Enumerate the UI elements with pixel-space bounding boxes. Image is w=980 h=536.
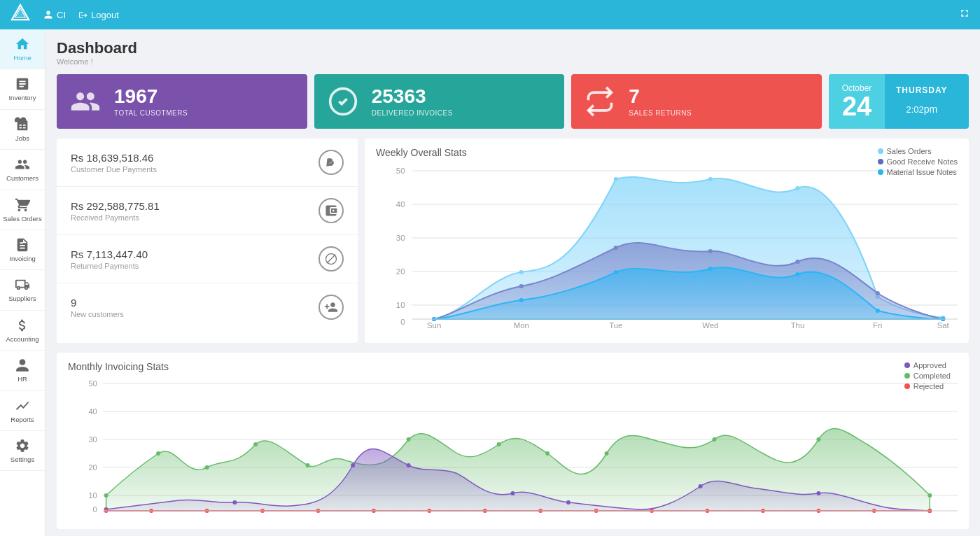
sidebar-item-customers[interactable]: Customers xyxy=(0,150,45,190)
blocked-icon xyxy=(318,246,344,271)
payments-panel: Rs 18,639,518.46 Customer Due Payments R… xyxy=(57,139,358,343)
svg-point-75 xyxy=(816,491,820,495)
sidebar-item-invoicing[interactable]: Invoicing xyxy=(0,230,45,270)
svg-point-24 xyxy=(519,270,524,274)
svg-point-38 xyxy=(519,298,524,302)
stat-card-returns[interactable]: 7 SALES RETURNS xyxy=(571,74,822,129)
sidebar-label-invoicing: Invoicing xyxy=(9,255,36,262)
sidebar-label-reports: Reports xyxy=(10,416,34,423)
legend-dot-grn xyxy=(878,159,883,164)
svg-point-39 xyxy=(614,270,618,274)
svg-point-26 xyxy=(708,177,713,181)
invoices-label: DELIVERED INVOICES xyxy=(372,109,453,117)
payment-due-info: Rs 18,639,518.46 Customer Due Payments xyxy=(71,152,157,174)
svg-point-33 xyxy=(708,249,713,253)
stat-card-customers[interactable]: 1967 TOTAL CUSOTMERS xyxy=(57,74,307,129)
returns-icon xyxy=(582,84,617,119)
svg-text:0: 0 xyxy=(93,505,97,514)
payment-row-returned: Rs 7,113,447.40 Returned Payments xyxy=(57,235,358,283)
sidebar-item-hr[interactable]: HR xyxy=(0,351,45,390)
app-logo[interactable] xyxy=(10,3,31,27)
svg-point-41 xyxy=(795,272,799,276)
sidebar-item-accounting[interactable]: Accounting xyxy=(0,311,45,351)
date-time-column: THURSDAY 2:02pm xyxy=(885,74,959,129)
legend-sales-orders: Sales Orders xyxy=(878,147,958,155)
payment-due-amount: Rs 18,639,518.46 xyxy=(71,152,157,164)
monthly-chart-wrapper: Monthly Invoicing Stats Approved Complet… xyxy=(68,361,958,521)
svg-point-71 xyxy=(407,463,411,467)
sidebar-item-settings[interactable]: Settings xyxy=(0,431,45,471)
svg-point-70 xyxy=(351,463,355,467)
svg-text:0: 0 xyxy=(400,318,405,326)
stat-card-date: October 24 THURSDAY 2:02pm xyxy=(829,74,969,129)
payment-due-label: Customer Due Payments xyxy=(71,165,157,174)
svg-text:30: 30 xyxy=(89,435,97,444)
weekly-chart-wrapper: Weekly Overall Stats Sales Orders Good R… xyxy=(376,147,958,334)
legend-dot-rejected xyxy=(904,383,910,389)
date-time: 2:02pm xyxy=(906,95,937,118)
invoices-icon xyxy=(326,84,360,119)
new-customers-label: New customers xyxy=(71,310,124,318)
legend-label-min: Material Issue Notes xyxy=(887,168,957,176)
legend-good-receive: Good Receive Notes xyxy=(878,157,958,166)
sidebar-item-reports[interactable]: Reports xyxy=(0,391,45,431)
stat-cards-row: 1967 TOTAL CUSOTMERS 25363 DELIVERED INV… xyxy=(57,74,969,129)
svg-text:Tue: Tue xyxy=(609,321,622,330)
payment-row-due: Rs 18,639,518.46 Customer Due Payments xyxy=(57,139,358,187)
svg-point-34 xyxy=(795,260,799,264)
svg-text:20: 20 xyxy=(89,463,97,472)
monthly-chart-legend: Approved Completed Rejected xyxy=(904,361,951,393)
legend-label-grn: Good Receive Notes xyxy=(887,157,958,166)
svg-text:10: 10 xyxy=(89,491,97,500)
wallet-icon xyxy=(318,198,344,223)
sidebar-item-inventory[interactable]: Inventory xyxy=(0,69,45,109)
payment-received-info: Rs 292,588,775.81 Received Payments xyxy=(71,200,160,222)
svg-point-61 xyxy=(407,437,411,442)
svg-text:30: 30 xyxy=(396,234,405,242)
add-user-icon xyxy=(318,295,344,320)
date-display: October 24 THURSDAY 2:02pm xyxy=(829,74,959,129)
weekly-chart-svg: 50 40 30 20 10 0 Sun Mon Tue Wed Thu Fri… xyxy=(376,164,958,332)
returns-label: SALES RETURNS xyxy=(629,109,692,117)
sidebar-item-jobs[interactable]: Jobs xyxy=(0,110,45,150)
paypal-icon xyxy=(318,150,344,175)
fullscreen-icon[interactable] xyxy=(959,8,970,22)
svg-point-74 xyxy=(699,484,703,488)
page-title: Dashboard xyxy=(57,39,969,57)
svg-text:Thu: Thu xyxy=(791,321,805,330)
svg-point-60 xyxy=(306,463,310,467)
svg-point-58 xyxy=(205,465,209,470)
sidebar-label-suppliers: Suppliers xyxy=(8,295,36,302)
svg-text:Sat: Sat xyxy=(937,321,950,330)
legend-completed: Completed xyxy=(904,372,951,380)
sidebar-item-suppliers[interactable]: Suppliers xyxy=(0,270,45,310)
legend-dot-approved xyxy=(904,362,910,368)
payment-returned-amount: Rs 7,113,447.40 xyxy=(71,248,148,260)
sidebar-label-jobs: Jobs xyxy=(15,134,29,142)
payment-received-label: Received Payments xyxy=(71,213,160,222)
payment-received-amount: Rs 292,588,775.81 xyxy=(71,200,160,212)
logout-button[interactable]: Logout xyxy=(78,10,119,20)
payment-returned-label: Returned Payments xyxy=(71,262,148,270)
sidebar-label-inventory: Inventory xyxy=(8,94,36,101)
legend-rejected: Rejected xyxy=(904,382,951,390)
user-info[interactable]: CI xyxy=(43,10,66,20)
sidebar-item-home[interactable]: Home xyxy=(0,29,45,69)
sidebar-label-settings: Settings xyxy=(10,456,34,463)
weekly-chart-panel: Weekly Overall Stats Sales Orders Good R… xyxy=(365,139,969,343)
svg-point-66 xyxy=(816,437,820,442)
sidebar-label-sales-orders: Sales Orders xyxy=(3,215,41,223)
svg-text:Sun: Sun xyxy=(427,321,441,330)
weekly-chart-legend: Sales Orders Good Receive Notes Material… xyxy=(878,147,958,178)
invoices-number: 25363 xyxy=(372,87,453,106)
stat-card-invoices[interactable]: 25363 DELIVERED INVOICES xyxy=(314,74,565,129)
customers-info: 1967 TOTAL CUSOTMERS xyxy=(114,87,188,117)
svg-point-42 xyxy=(876,309,880,313)
legend-label-rejected: Rejected xyxy=(913,382,944,390)
svg-text:50: 50 xyxy=(89,379,97,388)
legend-dot-min xyxy=(878,169,883,175)
weekly-chart-title: Weekly Overall Stats xyxy=(376,147,958,158)
svg-point-57 xyxy=(156,451,160,456)
sidebar-label-customers: Customers xyxy=(6,174,38,182)
sidebar-item-sales-orders[interactable]: Sales Orders xyxy=(0,190,45,230)
